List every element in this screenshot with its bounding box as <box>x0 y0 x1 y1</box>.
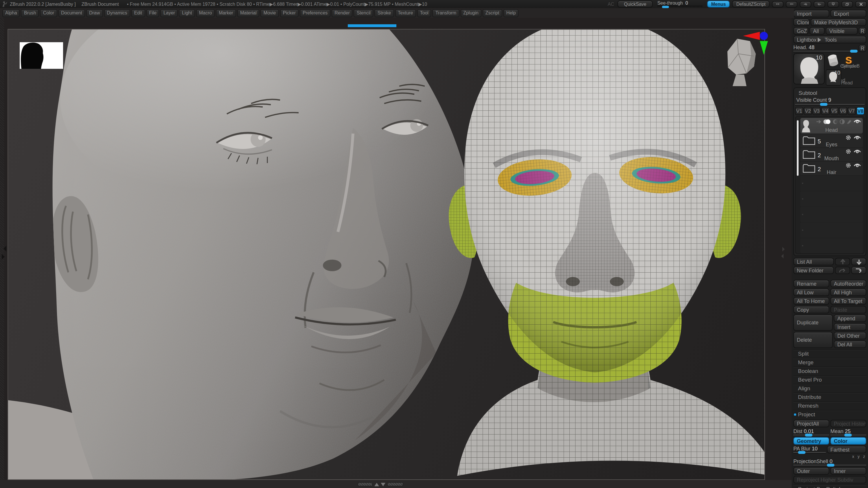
section-header[interactable]: Boolean <box>793 366 866 375</box>
folder-settings-gear-icon[interactable] <box>845 162 851 168</box>
goz-visible-button[interactable]: Visible <box>826 27 858 35</box>
scrollbar-track-left[interactable] <box>358 482 373 486</box>
folder-settings-gear-icon[interactable] <box>845 149 851 154</box>
menu-item[interactable]: Brush <box>21 9 39 17</box>
see-through-slider[interactable]: See-through 0 <box>657 0 703 8</box>
subtool-folder-row[interactable]: 5 Eyes <box>800 134 863 148</box>
subtool-empty-slot[interactable] <box>800 191 863 206</box>
folder-eye-icon[interactable] <box>854 135 861 140</box>
cylinder-tool-thumbnail[interactable]: Cylinder <box>826 53 840 68</box>
pa-blur-knob[interactable] <box>798 451 806 454</box>
rename-button[interactable]: Rename <box>793 280 829 287</box>
new-folder-button[interactable]: New Folder <box>793 266 834 274</box>
visibility-tab[interactable]: V5 <box>830 107 838 115</box>
dist-knob[interactable] <box>805 434 812 436</box>
menu-item[interactable]: Stroke <box>375 9 394 17</box>
menu-item[interactable]: Alpha <box>2 9 20 17</box>
menus-toggle-button[interactable]: Menus <box>707 1 730 7</box>
next-document-button[interactable] <box>814 1 825 7</box>
delete-button[interactable]: Delete <box>793 332 833 348</box>
move-up-button[interactable] <box>835 258 850 265</box>
autoreorder-button[interactable]: AutoReorder <box>830 280 866 287</box>
menu-item[interactable]: Preferences <box>300 9 331 17</box>
subtool-scrollbar[interactable] <box>797 120 799 176</box>
clone-button[interactable]: Clone <box>793 19 810 26</box>
pa-blur-slider[interactable]: PA Blur 10 <box>793 446 826 453</box>
all-to-target-button[interactable]: All To Target <box>830 297 866 305</box>
visibility-tab[interactable]: V1 <box>795 107 803 115</box>
quicksave-button[interactable]: QuickSave <box>618 1 653 7</box>
uv-map-icon[interactable] <box>833 119 838 124</box>
visible-count-knob[interactable] <box>820 103 828 106</box>
document-position-indicator[interactable] <box>348 24 396 27</box>
axis-toggle-letters[interactable]: x y z <box>793 454 866 458</box>
visible-count-slider[interactable]: Visible Count 9 <box>795 97 865 105</box>
import-button[interactable]: Import <box>793 10 829 18</box>
copy-button[interactable]: Copy <box>793 306 829 314</box>
section-header[interactable]: Distribute <box>793 393 866 401</box>
menu-item[interactable]: Zscript <box>483 9 502 17</box>
menu-item[interactable]: Zplugin <box>460 9 482 17</box>
visibility-tab[interactable]: V8 <box>857 107 865 115</box>
recent-head-tool-thumbnail[interactable]: 10 Head <box>826 69 841 86</box>
active-tool-knob[interactable] <box>850 50 857 53</box>
menu-item[interactable]: Light <box>179 9 195 17</box>
visibility-tab[interactable]: V4 <box>822 107 830 115</box>
color-toggle-button[interactable]: Color <box>830 437 866 445</box>
section-header-project[interactable]: Project <box>793 410 866 419</box>
visibility-tab[interactable]: V7 <box>848 107 856 115</box>
polypaint-arrow-icon[interactable] <box>816 120 821 124</box>
section-header[interactable]: Align <box>793 384 866 393</box>
tray-handle-icon[interactable] <box>1 246 6 252</box>
menu-item[interactable]: Macro <box>196 9 215 17</box>
lightbox-tools-button[interactable]: Lightbox Tools <box>793 36 866 43</box>
collapse-left-tray-button[interactable] <box>772 1 783 7</box>
minimize-button[interactable] <box>828 1 839 7</box>
section-header[interactable]: Bevel Pro <box>793 375 866 384</box>
menu-item[interactable]: Document <box>58 9 85 17</box>
displacement-brush-icon[interactable] <box>846 119 852 124</box>
scrollbar-track-right[interactable] <box>387 482 403 486</box>
alpha-thumbnail[interactable] <box>20 42 63 69</box>
subtool-empty-slot[interactable] <box>800 238 863 253</box>
section-header[interactable]: Split <box>793 349 866 358</box>
axis-gizmo[interactable] <box>741 28 771 56</box>
section-header[interactable]: Merge <box>793 358 866 366</box>
subtool-empty-slot[interactable] <box>800 207 863 222</box>
horizontal-scrollbar[interactable] <box>358 482 403 486</box>
move-out-of-folder-button[interactable] <box>835 266 850 274</box>
texture-map-icon[interactable] <box>840 119 845 124</box>
menu-item[interactable]: File <box>146 9 159 17</box>
collapse-right-tray-button[interactable] <box>786 1 797 7</box>
menu-item[interactable]: Movie <box>261 9 279 17</box>
subtool-folder-row[interactable]: 2 Mouth <box>800 148 863 161</box>
subtool-empty-slot[interactable] <box>800 176 863 191</box>
menu-item[interactable]: Picker <box>280 9 299 17</box>
menu-item[interactable]: Help <box>503 9 519 17</box>
menu-item[interactable]: Tool <box>417 9 431 17</box>
menu-item[interactable]: Color <box>40 9 57 17</box>
folder-settings-gear-icon[interactable] <box>845 135 851 140</box>
geometry-toggle-button[interactable]: Geometry <box>793 437 829 445</box>
previous-document-button[interactable] <box>800 1 811 7</box>
current-tool-thumbnail[interactable]: 10 Head <box>793 53 825 85</box>
folder-eye-icon[interactable] <box>854 149 861 154</box>
tray-handle-icon[interactable] <box>2 254 7 260</box>
menu-item[interactable]: Material <box>237 9 259 17</box>
simplebrush-tool-thumbnail[interactable]: S SimpleB <box>841 53 856 68</box>
del-other-button[interactable]: Del Other <box>834 332 866 339</box>
visibility-tab[interactable]: V6 <box>839 107 847 115</box>
tool-r-button[interactable]: R <box>859 44 866 52</box>
polypaint-on-icon[interactable] <box>823 119 831 124</box>
section-header[interactable]: Remesh <box>793 401 866 410</box>
see-through-knob[interactable] <box>662 5 669 8</box>
menu-item[interactable]: Draw <box>86 9 103 17</box>
menu-item[interactable]: Render <box>332 9 353 17</box>
menu-item[interactable]: Edit <box>131 9 145 17</box>
zscript-button[interactable]: DefaultZScript <box>732 1 770 7</box>
sculpt-viewport[interactable] <box>7 29 765 480</box>
outer-button[interactable]: Outer <box>793 467 829 475</box>
goz-all-button[interactable]: All <box>810 27 825 35</box>
panel-divider-handle-icon[interactable] <box>782 247 787 252</box>
menu-item[interactable]: Marker <box>216 9 236 17</box>
